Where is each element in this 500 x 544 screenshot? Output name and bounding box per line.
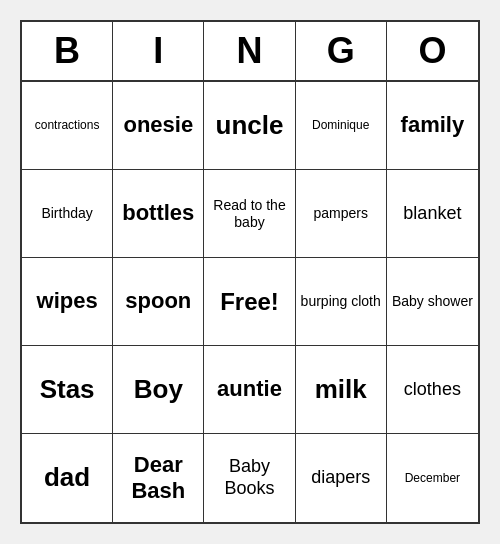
cell-text: Dominique (312, 118, 369, 132)
cell-text: pampers (313, 205, 367, 222)
cell-text: blanket (403, 203, 461, 225)
bingo-cell: Read to the baby (204, 170, 295, 258)
cell-text: December (405, 471, 460, 485)
bingo-cell: clothes (387, 346, 478, 434)
bingo-header: BINGO (22, 22, 478, 82)
bingo-cell: Dominique (296, 82, 387, 170)
cell-text: auntie (217, 376, 282, 402)
cell-text: Baby Books (208, 456, 290, 499)
cell-text: contractions (35, 118, 100, 132)
bingo-cell: Boy (113, 346, 204, 434)
bingo-cell: onesie (113, 82, 204, 170)
bingo-cell: contractions (22, 82, 113, 170)
bingo-cell: spoon (113, 258, 204, 346)
bingo-cell: uncle (204, 82, 295, 170)
bingo-cell: Baby Books (204, 434, 295, 522)
cell-text: Stas (40, 374, 95, 405)
cell-text: burping cloth (301, 293, 381, 310)
header-letter: G (296, 22, 387, 80)
bingo-cell: milk (296, 346, 387, 434)
cell-text: family (401, 112, 465, 138)
cell-text: Dear Bash (117, 452, 199, 505)
header-letter: N (204, 22, 295, 80)
cell-text: bottles (122, 200, 194, 226)
bingo-cell: Baby shower (387, 258, 478, 346)
bingo-cell: Free! (204, 258, 295, 346)
cell-text: milk (315, 374, 367, 405)
bingo-cell: Dear Bash (113, 434, 204, 522)
bingo-card: BINGO contractionsonesieuncleDominiquefa… (20, 20, 480, 524)
bingo-cell: blanket (387, 170, 478, 258)
cell-text: onesie (123, 112, 193, 138)
bingo-cell: Stas (22, 346, 113, 434)
bingo-grid: contractionsonesieuncleDominiquefamilyBi… (22, 82, 478, 522)
header-letter: I (113, 22, 204, 80)
bingo-cell: diapers (296, 434, 387, 522)
cell-text: spoon (125, 288, 191, 314)
bingo-cell: December (387, 434, 478, 522)
bingo-cell: pampers (296, 170, 387, 258)
bingo-cell: family (387, 82, 478, 170)
header-letter: B (22, 22, 113, 80)
header-letter: O (387, 22, 478, 80)
cell-text: Read to the baby (208, 197, 290, 231)
bingo-cell: dad (22, 434, 113, 522)
cell-text: wipes (37, 288, 98, 314)
cell-text: dad (44, 462, 90, 493)
cell-text: uncle (216, 110, 284, 141)
cell-text: Free! (220, 288, 279, 316)
bingo-cell: burping cloth (296, 258, 387, 346)
bingo-cell: auntie (204, 346, 295, 434)
cell-text: Boy (134, 374, 183, 405)
cell-text: Baby shower (392, 293, 473, 310)
bingo-cell: bottles (113, 170, 204, 258)
cell-text: diapers (311, 467, 370, 489)
bingo-cell: Birthday (22, 170, 113, 258)
cell-text: clothes (404, 379, 461, 401)
bingo-cell: wipes (22, 258, 113, 346)
cell-text: Birthday (41, 205, 92, 222)
